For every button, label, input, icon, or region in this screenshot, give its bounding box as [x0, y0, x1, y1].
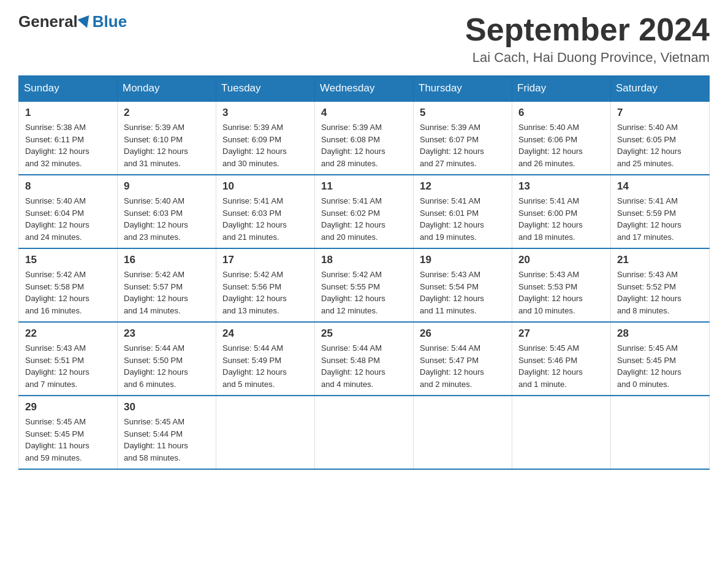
calendar-cell: 22 Sunrise: 5:43 AMSunset: 5:51 PMDaylig… — [19, 322, 118, 396]
day-info: Sunrise: 5:39 AMSunset: 6:07 PMDaylight:… — [420, 121, 506, 169]
weekday-header-tuesday: Tuesday — [216, 76, 315, 102]
day-number: 1 — [25, 107, 111, 119]
calendar-cell: 12 Sunrise: 5:41 AMSunset: 6:01 PMDaylig… — [414, 175, 512, 248]
calendar-cell: 10 Sunrise: 5:41 AMSunset: 6:03 PMDaylig… — [216, 175, 315, 248]
day-info: Sunrise: 5:42 AMSunset: 5:56 PMDaylight:… — [222, 269, 308, 316]
calendar-cell: 26 Sunrise: 5:44 AMSunset: 5:47 PMDaylig… — [414, 322, 512, 396]
day-number: 10 — [222, 180, 308, 193]
day-number: 16 — [124, 254, 210, 266]
day-info: Sunrise: 5:40 AMSunset: 6:04 PMDaylight:… — [25, 195, 111, 243]
logo-general: General — [18, 12, 78, 31]
day-info: Sunrise: 5:41 AMSunset: 6:02 PMDaylight:… — [321, 195, 407, 243]
week-row-4: 22 Sunrise: 5:43 AMSunset: 5:51 PMDaylig… — [19, 322, 710, 396]
day-info: Sunrise: 5:45 AMSunset: 5:46 PMDaylight:… — [518, 342, 604, 390]
day-info: Sunrise: 5:40 AMSunset: 6:06 PMDaylight:… — [518, 121, 604, 169]
calendar-cell: 23 Sunrise: 5:44 AMSunset: 5:50 PMDaylig… — [118, 322, 216, 396]
calendar-cell: 27 Sunrise: 5:45 AMSunset: 5:46 PMDaylig… — [512, 322, 611, 396]
calendar-cell: 4 Sunrise: 5:39 AMSunset: 6:08 PMDayligh… — [315, 101, 414, 175]
calendar-cell: 29 Sunrise: 5:45 AMSunset: 5:45 PMDaylig… — [19, 396, 118, 469]
day-info: Sunrise: 5:42 AMSunset: 5:55 PMDaylight:… — [321, 269, 407, 316]
day-number: 19 — [420, 254, 506, 266]
day-info: Sunrise: 5:39 AMSunset: 6:08 PMDaylight:… — [321, 121, 407, 169]
day-number: 26 — [420, 327, 506, 340]
calendar-cell: 7 Sunrise: 5:40 AMSunset: 6:05 PMDayligh… — [611, 101, 710, 175]
calendar-cell: 28 Sunrise: 5:45 AMSunset: 5:45 PMDaylig… — [611, 322, 710, 396]
calendar-cell: 8 Sunrise: 5:40 AMSunset: 6:04 PMDayligh… — [19, 175, 118, 248]
calendar-cell: 19 Sunrise: 5:43 AMSunset: 5:54 PMDaylig… — [414, 248, 512, 322]
day-number: 15 — [25, 254, 111, 266]
day-number: 3 — [222, 107, 308, 119]
day-info: Sunrise: 5:41 AMSunset: 6:01 PMDaylight:… — [420, 195, 506, 243]
day-info: Sunrise: 5:44 AMSunset: 5:49 PMDaylight:… — [222, 342, 308, 390]
day-info: Sunrise: 5:41 AMSunset: 6:00 PMDaylight:… — [518, 195, 604, 243]
day-number: 6 — [518, 107, 604, 119]
day-number: 28 — [617, 327, 703, 340]
day-info: Sunrise: 5:40 AMSunset: 6:03 PMDaylight:… — [124, 195, 210, 243]
day-number: 14 — [617, 180, 703, 193]
day-number: 30 — [124, 401, 210, 413]
calendar-cell — [414, 396, 512, 469]
day-number: 22 — [25, 327, 111, 340]
logo-blue: Blue — [93, 12, 127, 31]
calendar-cell: 21 Sunrise: 5:43 AMSunset: 5:52 PMDaylig… — [611, 248, 710, 322]
week-row-1: 1 Sunrise: 5:38 AMSunset: 6:11 PMDayligh… — [19, 101, 710, 175]
weekday-header-sunday: Sunday — [19, 76, 118, 102]
day-number: 7 — [617, 107, 703, 119]
calendar-cell: 9 Sunrise: 5:40 AMSunset: 6:03 PMDayligh… — [118, 175, 216, 248]
day-number: 29 — [25, 401, 111, 413]
calendar-cell: 3 Sunrise: 5:39 AMSunset: 6:09 PMDayligh… — [216, 101, 315, 175]
day-number: 17 — [222, 254, 308, 266]
day-number: 12 — [420, 180, 506, 193]
day-number: 13 — [518, 180, 604, 193]
calendar-cell: 11 Sunrise: 5:41 AMSunset: 6:02 PMDaylig… — [315, 175, 414, 248]
calendar-cell — [512, 396, 611, 469]
logo: GeneralBlue — [18, 12, 127, 31]
day-number: 25 — [321, 327, 407, 340]
day-info: Sunrise: 5:43 AMSunset: 5:54 PMDaylight:… — [420, 269, 506, 316]
day-info: Sunrise: 5:43 AMSunset: 5:51 PMDaylight:… — [25, 342, 111, 390]
day-info: Sunrise: 5:42 AMSunset: 5:58 PMDaylight:… — [25, 269, 111, 316]
location: Lai Cach, Hai Duong Province, Vietnam — [465, 50, 710, 66]
day-info: Sunrise: 5:45 AMSunset: 5:45 PMDaylight:… — [25, 416, 111, 464]
calendar-cell: 14 Sunrise: 5:41 AMSunset: 5:59 PMDaylig… — [611, 175, 710, 248]
calendar-cell: 25 Sunrise: 5:44 AMSunset: 5:48 PMDaylig… — [315, 322, 414, 396]
day-info: Sunrise: 5:44 AMSunset: 5:48 PMDaylight:… — [321, 342, 407, 390]
calendar-cell: 24 Sunrise: 5:44 AMSunset: 5:49 PMDaylig… — [216, 322, 315, 396]
day-info: Sunrise: 5:45 AMSunset: 5:45 PMDaylight:… — [617, 342, 703, 390]
day-number: 20 — [518, 254, 604, 266]
calendar-cell — [611, 396, 710, 469]
day-info: Sunrise: 5:44 AMSunset: 5:50 PMDaylight:… — [124, 342, 210, 390]
logo-triangle-icon — [77, 15, 93, 30]
weekday-header-row: SundayMondayTuesdayWednesdayThursdayFrid… — [19, 76, 710, 102]
calendar-cell: 5 Sunrise: 5:39 AMSunset: 6:07 PMDayligh… — [414, 101, 512, 175]
calendar-cell: 15 Sunrise: 5:42 AMSunset: 5:58 PMDaylig… — [19, 248, 118, 322]
day-number: 21 — [617, 254, 703, 266]
day-number: 24 — [222, 327, 308, 340]
day-number: 23 — [124, 327, 210, 340]
calendar-cell: 6 Sunrise: 5:40 AMSunset: 6:06 PMDayligh… — [512, 101, 611, 175]
day-number: 5 — [420, 107, 506, 119]
week-row-2: 8 Sunrise: 5:40 AMSunset: 6:04 PMDayligh… — [19, 175, 710, 248]
calendar-cell: 18 Sunrise: 5:42 AMSunset: 5:55 PMDaylig… — [315, 248, 414, 322]
month-title: September 2024 — [465, 12, 710, 47]
calendar-cell: 20 Sunrise: 5:43 AMSunset: 5:53 PMDaylig… — [512, 248, 611, 322]
calendar-cell: 2 Sunrise: 5:39 AMSunset: 6:10 PMDayligh… — [118, 101, 216, 175]
day-number: 27 — [518, 327, 604, 340]
calendar-cell: 17 Sunrise: 5:42 AMSunset: 5:56 PMDaylig… — [216, 248, 315, 322]
calendar-cell: 1 Sunrise: 5:38 AMSunset: 6:11 PMDayligh… — [19, 101, 118, 175]
day-info: Sunrise: 5:43 AMSunset: 5:53 PMDaylight:… — [518, 269, 604, 316]
day-info: Sunrise: 5:40 AMSunset: 6:05 PMDaylight:… — [617, 121, 703, 169]
day-number: 9 — [124, 180, 210, 193]
day-number: 18 — [321, 254, 407, 266]
weekday-header-saturday: Saturday — [611, 76, 710, 102]
day-info: Sunrise: 5:39 AMSunset: 6:09 PMDaylight:… — [222, 121, 308, 169]
day-info: Sunrise: 5:39 AMSunset: 6:10 PMDaylight:… — [124, 121, 210, 169]
calendar-table: SundayMondayTuesdayWednesdayThursdayFrid… — [18, 75, 710, 470]
week-row-5: 29 Sunrise: 5:45 AMSunset: 5:45 PMDaylig… — [19, 396, 710, 469]
day-info: Sunrise: 5:45 AMSunset: 5:44 PMDaylight:… — [124, 416, 210, 464]
calendar-cell: 16 Sunrise: 5:42 AMSunset: 5:57 PMDaylig… — [118, 248, 216, 322]
day-info: Sunrise: 5:42 AMSunset: 5:57 PMDaylight:… — [124, 269, 210, 316]
weekday-header-wednesday: Wednesday — [315, 76, 414, 102]
weekday-header-monday: Monday — [118, 76, 216, 102]
day-number: 11 — [321, 180, 407, 193]
